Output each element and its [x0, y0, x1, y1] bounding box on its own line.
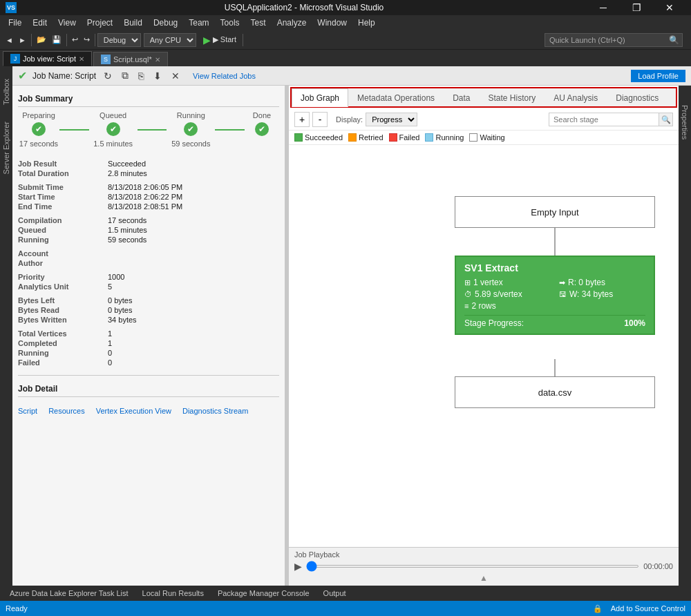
tab-script[interactable]: S Script.usql* ✕: [93, 52, 168, 66]
field-priority-value: 1000: [108, 273, 124, 281]
menu-test[interactable]: Test: [245, 15, 272, 30]
legend-failed-label: Failed: [399, 133, 420, 142]
field-completed-value: 1: [108, 339, 112, 347]
search-stage-input[interactable]: [549, 113, 659, 126]
platform-dropdown[interactable]: Any CPU: [144, 33, 196, 47]
view-related-jobs-link[interactable]: View Related Jobs: [193, 72, 256, 80]
properties-label[interactable]: Properties: [679, 99, 690, 145]
field-bytes-left-label: Bytes Left: [18, 296, 108, 305]
load-profile-button[interactable]: Load Profile: [631, 70, 685, 82]
playback-chevron[interactable]: ▲: [294, 573, 673, 583]
minimize-button[interactable]: ─: [587, 0, 619, 15]
zoom-out-button[interactable]: -: [312, 112, 328, 127]
field-total-duration-label: Total Duration: [18, 169, 108, 177]
menu-project[interactable]: Project: [82, 15, 118, 30]
link-resources[interactable]: Resources: [48, 407, 85, 415]
status-add-source-control[interactable]: Add to Source Control: [611, 604, 685, 613]
copy-button[interactable]: ⎘: [136, 70, 146, 82]
menu-view[interactable]: View: [53, 15, 82, 30]
start-button[interactable]: ▶ ▶ Start: [199, 33, 240, 47]
field-running-label: Running: [18, 235, 108, 244]
tab-diagnostics[interactable]: Diagnostics: [607, 88, 668, 106]
field-completed-label: Completed: [18, 339, 108, 347]
menu-help[interactable]: Help: [352, 15, 381, 30]
close-button[interactable]: ✕: [654, 0, 685, 15]
server-explorer-label[interactable]: Server Explorer: [1, 116, 12, 180]
bottom-tab-azure[interactable]: Azure Data Lake Explorer Task List: [3, 588, 135, 599]
menu-team[interactable]: Team: [183, 15, 214, 30]
tab-data[interactable]: Data: [444, 88, 479, 106]
playback-slider[interactable]: [306, 565, 639, 568]
step-preparing-circle: ✔: [32, 122, 46, 136]
display-select[interactable]: Progress: [366, 113, 417, 126]
menu-file[interactable]: File: [3, 15, 27, 30]
tab-job-graph[interactable]: Job Graph: [292, 88, 348, 107]
graph-canvas[interactable]: Empty Input SV1 Extract ⊞ 1 vertex ➡: [289, 145, 679, 547]
display-control: Display: Progress: [336, 113, 417, 126]
sv1-extract-node[interactable]: SV1 Extract ⊞ 1 vertex ➡ R: 0 bytes: [455, 256, 655, 335]
data-csv-node[interactable]: data.csv: [455, 376, 655, 408]
toolbar-save[interactable]: 💾: [49, 34, 64, 46]
menu-bar: File Edit View Project Build Debug Team …: [0, 15, 691, 30]
refresh-button[interactable]: ↻: [102, 70, 114, 82]
toolbar-redo[interactable]: ↪: [81, 34, 93, 46]
field-compilation-value: 17 seconds: [108, 216, 146, 224]
tab-script-close[interactable]: ✕: [155, 56, 160, 64]
menu-debug[interactable]: Debug: [148, 15, 183, 30]
status-right: 🔒 Add to Source Control: [593, 604, 685, 613]
split-pane: Job Summary Preparing ✔ Queued ✔: [12, 86, 691, 586]
bottom-tab-local-run[interactable]: Local Run Results: [135, 588, 211, 599]
empty-input-node[interactable]: Empty Input: [455, 196, 655, 228]
tab-job-view-close[interactable]: ✕: [79, 55, 84, 63]
playback-play-button[interactable]: ▶: [294, 561, 302, 572]
step-running-circle: ✔: [184, 122, 198, 136]
toolbar-undo[interactable]: ↩: [69, 34, 81, 46]
tab-script-icon: S: [101, 55, 111, 64]
tab-job-view[interactable]: J Job view: Script ✕: [3, 51, 92, 66]
menu-edit[interactable]: Edit: [27, 15, 53, 30]
connector-2: [138, 129, 167, 131]
download-button[interactable]: ⬇: [151, 70, 164, 82]
toolbar-open[interactable]: 📂: [34, 34, 49, 46]
bottom-tab-package-manager[interactable]: Package Manager Console: [211, 588, 316, 599]
menu-analyze[interactable]: Analyze: [272, 15, 312, 30]
toolbox-label[interactable]: Toolbox: [1, 73, 12, 110]
graph-panel: Job Graph Metadata Operations Data State…: [289, 86, 679, 586]
tab-metadata-operations[interactable]: Metadata Operations: [348, 88, 444, 106]
legend-retried-label: Retried: [359, 133, 383, 142]
toolbar-back[interactable]: ◄: [3, 35, 16, 46]
debug-config-dropdown[interactable]: Debug: [97, 33, 141, 47]
field-compilation-label: Compilation: [18, 216, 108, 224]
tab-script-label: Script.usql*: [113, 55, 152, 64]
menu-tools[interactable]: Tools: [215, 15, 245, 30]
field-priority-label: Priority: [18, 273, 108, 281]
bottom-tab-output[interactable]: Output: [316, 588, 353, 599]
empty-input-label: Empty Input: [531, 207, 578, 218]
sv1-read-icon: ➡: [559, 278, 565, 287]
field-running-value: 59 seconds: [108, 235, 146, 244]
menu-window[interactable]: Window: [312, 15, 352, 30]
field-start-time-label: Start Time: [18, 193, 108, 201]
restore-button[interactable]: ❐: [621, 0, 652, 15]
tab-state-history[interactable]: State History: [479, 88, 545, 106]
cancel-button[interactable]: ✕: [169, 70, 182, 82]
zoom-in-button[interactable]: +: [294, 112, 310, 127]
menu-build[interactable]: Build: [118, 15, 148, 30]
field-account-label: Account: [18, 249, 108, 258]
tab-au-analysis[interactable]: AU Analysis: [545, 88, 607, 106]
link-script[interactable]: Script: [18, 407, 37, 415]
link-diagnostics-stream[interactable]: Diagnostics Stream: [182, 407, 248, 415]
step-running-label: Running: [177, 111, 205, 119]
search-button[interactable]: 🔍: [659, 113, 673, 126]
field-author-label: Author: [18, 259, 108, 267]
job-view-panel: ✔ Job Name: Script ↻ ⧉ ⎘ ⬇ ✕ View Relate…: [12, 66, 691, 586]
legend-failed-color: [389, 133, 397, 142]
sv1-progress-label: Stage Progress:: [464, 318, 524, 328]
job-detail-header: Job Detail: [18, 381, 279, 397]
field-queued-label: Queued: [18, 226, 108, 234]
link-vertex-execution[interactable]: Vertex Execution View: [96, 407, 171, 415]
step-preparing-label: Preparing: [22, 111, 55, 119]
legend-retried-color: [348, 133, 357, 142]
toolbar-forward[interactable]: ►: [16, 35, 29, 46]
open-external-button[interactable]: ⧉: [120, 69, 131, 82]
